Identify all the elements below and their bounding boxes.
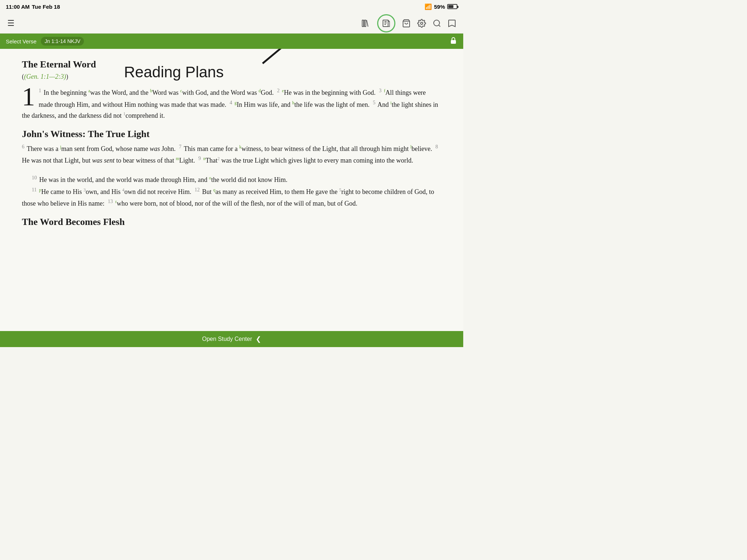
verse-num-4: 4 bbox=[229, 100, 232, 105]
verse-num-2: 2 bbox=[277, 88, 280, 93]
cross-ref-j: j bbox=[60, 144, 61, 149]
settings-icon[interactable] bbox=[417, 19, 426, 28]
svg-rect-0 bbox=[362, 20, 364, 27]
cross-ref-r: r bbox=[115, 199, 117, 204]
status-bar: 11:00 AM Tue Feb 18 📶 59% bbox=[0, 0, 463, 13]
cross-ref-e: e bbox=[282, 88, 284, 93]
verse-block-2: 6 There was a jman sent from God, whose … bbox=[22, 143, 441, 166]
reading-plans-icon bbox=[382, 19, 391, 28]
verse-reference-badge[interactable]: Jn 1:1-14 NKJV bbox=[41, 37, 84, 46]
cross-ref-o: o bbox=[209, 175, 211, 180]
hamburger-menu-icon[interactable]: ☰ bbox=[7, 19, 15, 28]
chevron-left-icon: ❮ bbox=[256, 335, 261, 343]
verse-num-3: 3 bbox=[379, 88, 382, 93]
time: 11:00 AM bbox=[6, 4, 30, 10]
section-johns-witness: John's Witness: The True Light 6 There w… bbox=[22, 129, 441, 209]
open-study-center-label: Open Study Center bbox=[202, 336, 252, 342]
status-left: 11:00 AM Tue Feb 18 bbox=[6, 4, 60, 10]
status-right: 📶 59% bbox=[425, 3, 457, 10]
italic-was-sent: was sent bbox=[92, 157, 115, 164]
large-verse-number: 1 bbox=[22, 83, 35, 110]
green-bar-left: Select Verse Jn 1:1-14 NKJV bbox=[6, 37, 84, 46]
verse-block-3: 10 He was in the world, and the world wa… bbox=[22, 174, 441, 209]
footnote-1: 1 bbox=[123, 111, 125, 116]
verse-num-5: 5 bbox=[373, 100, 375, 105]
bottom-bar[interactable]: Open Study Center ❮ bbox=[0, 331, 463, 347]
verse-num-1: 1 bbox=[39, 88, 41, 93]
cross-ref-i: i bbox=[390, 100, 391, 105]
green-bar-right bbox=[449, 36, 457, 46]
green-bar: Select Verse Jn 1:1-14 NKJV bbox=[0, 34, 463, 49]
nav-left: ☰ bbox=[7, 19, 15, 28]
verse-num-9: 9 bbox=[198, 156, 201, 161]
footnote-5: 5 bbox=[339, 187, 341, 192]
content-area: Reading Plans The Eternal Word ((Gen. 1:… bbox=[0, 49, 463, 331]
cross-ref-c: c bbox=[180, 88, 182, 93]
reading-plans-button[interactable] bbox=[377, 14, 395, 32]
section-eternal-word: The Eternal Word ((Gen. 1:1—2:3)) 1 1 In… bbox=[22, 59, 441, 121]
cross-ref-h: h bbox=[292, 100, 294, 105]
cross-reference: ((Gen. 1:1—2:3)) bbox=[22, 73, 441, 81]
verse-num-10: 10 bbox=[32, 175, 37, 180]
nav-right bbox=[361, 14, 456, 32]
lock-icon bbox=[449, 38, 457, 46]
date: Tue Feb 18 bbox=[32, 4, 60, 10]
cross-ref-d: d bbox=[259, 88, 261, 93]
svg-point-4 bbox=[421, 22, 423, 24]
verse-num-7: 7 bbox=[179, 144, 181, 149]
cross-ref-l: l bbox=[410, 144, 411, 149]
search-icon[interactable] bbox=[433, 19, 441, 28]
verse-num-11: 11 bbox=[32, 187, 36, 192]
section-word-becomes-flesh: The Word Becomes Flesh bbox=[22, 217, 441, 228]
section-heading-3: The Word Becomes Flesh bbox=[22, 217, 441, 228]
cross-ref-q: q bbox=[213, 187, 215, 192]
section-heading-2: John's Witness: The True Light bbox=[22, 129, 441, 140]
section-heading-1: The Eternal Word bbox=[22, 59, 441, 70]
svg-rect-1 bbox=[364, 20, 366, 27]
bookmark-icon[interactable] bbox=[448, 19, 456, 28]
verse-num-12: 12 bbox=[194, 187, 200, 192]
verse-num-13: 13 bbox=[108, 199, 113, 204]
verse-block-1: 1 1 In the beginning awas the Word, and … bbox=[22, 86, 441, 121]
wifi-icon: 📶 bbox=[425, 3, 432, 10]
cross-ref-m: m bbox=[176, 156, 179, 161]
verse-num-8: 8 bbox=[436, 144, 438, 149]
cross-ref-b: b bbox=[150, 88, 152, 93]
battery-percentage: 59% bbox=[434, 4, 445, 10]
cross-ref-k: k bbox=[239, 144, 241, 149]
italic-was-1: was bbox=[150, 145, 160, 152]
select-verse-button[interactable]: Select Verse bbox=[6, 38, 36, 44]
cross-ref-g: g bbox=[235, 100, 237, 105]
footnote-4: 4 bbox=[122, 187, 124, 192]
cross-ref-f: f bbox=[384, 88, 385, 93]
cart-icon[interactable] bbox=[402, 19, 411, 28]
svg-line-6 bbox=[439, 25, 440, 26]
svg-rect-7 bbox=[451, 40, 456, 44]
cross-ref-n: n bbox=[203, 156, 205, 161]
battery-icon bbox=[447, 4, 457, 9]
library-icon[interactable] bbox=[361, 19, 371, 28]
nav-bar: ☰ bbox=[0, 13, 463, 34]
cross-ref-a: a bbox=[88, 88, 90, 93]
cross-ref-p: p bbox=[39, 187, 41, 192]
cross-ref-link[interactable]: (Gen. 1:1—2:3) bbox=[24, 73, 66, 80]
footnote-2: 2 bbox=[217, 156, 220, 161]
svg-point-5 bbox=[434, 20, 440, 26]
verse-num-6: 6 bbox=[22, 144, 24, 149]
footnote-3: 3 bbox=[84, 187, 86, 192]
